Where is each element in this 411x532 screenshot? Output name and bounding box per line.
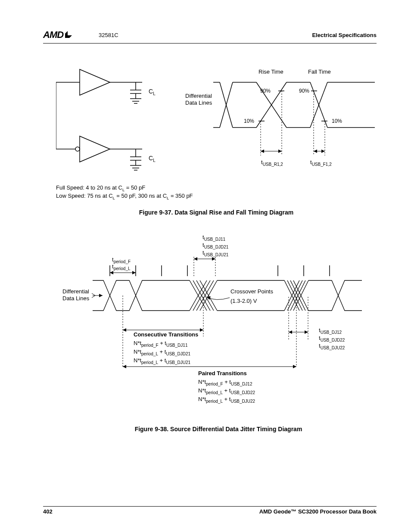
svg-marker-109	[293, 365, 296, 368]
svg-text:tUSB_DJ11: tUSB_DJ11	[202, 234, 226, 242]
svg-text:90%: 90%	[299, 88, 309, 94]
svg-marker-93	[289, 330, 292, 334]
svg-marker-94	[305, 330, 308, 334]
svg-text:N*tperiod_L + tUSB_DJU21: N*tperiod_L + tUSB_DJU21	[134, 357, 191, 365]
svg-text:90%: 90%	[260, 88, 271, 94]
svg-text:N*tperiod_F + tUSB_DJ12: N*tperiod_F + tUSB_DJ12	[198, 379, 252, 386]
amd-arrow-icon	[64, 31, 73, 39]
svg-marker-108	[123, 365, 126, 368]
figure-38-caption: Figure 9-38. Source Differential Data Ji…	[60, 426, 377, 432]
svg-text:tperiod_F: tperiod_F	[112, 256, 131, 264]
svg-marker-14	[80, 136, 110, 162]
svg-text:tUSB_DJU21: tUSB_DJU21	[202, 249, 229, 257]
svg-marker-59	[314, 149, 317, 153]
page-header: AMD 32581C Electrical Specifications	[43, 29, 377, 44]
svg-marker-60	[321, 149, 325, 153]
svg-text:N*tperiod_L + tUSB_DJU22: N*tperiod_L + tUSB_DJU22	[198, 396, 255, 404]
figure-37-notes: Full Speed: 4 to 20 ns at CL = 50 pF Low…	[56, 184, 377, 201]
svg-text:tUSB_DJD21: tUSB_DJD21	[202, 242, 229, 249]
svg-marker-102	[200, 328, 203, 332]
svg-text:Consecutive Transitions: Consecutive Transitions	[134, 331, 198, 338]
book-title: AMD Geode™ SC3200 Processor Data Book	[259, 508, 377, 515]
svg-marker-56	[278, 149, 282, 153]
svg-point-13	[75, 147, 80, 151]
figure-37-caption: Figure 9-37. Data Signal Rise and Fall T…	[56, 209, 377, 216]
svg-marker-73	[110, 271, 113, 274]
svg-marker-66	[194, 257, 197, 261]
svg-text:CL: CL	[149, 155, 156, 163]
diagram-9-38: tUSB_DJ11 tUSB_DJD21 tUSB_DJU21 tperiod_…	[60, 233, 379, 423]
page-footer: 402 AMD Geode™ SC3200 Processor Data Boo…	[43, 506, 377, 515]
svg-text:(1.3-2.0) V: (1.3-2.0) V	[230, 298, 257, 304]
section-title: Electrical Specifications	[312, 32, 377, 38]
svg-text:N*tperiod_F + tUSB_DJ11: N*tperiod_F + tUSB_DJ11	[134, 340, 188, 348]
svg-text:tUSB_DJU22: tUSB_DJU22	[319, 342, 345, 350]
svg-text:Differential: Differential	[62, 288, 89, 295]
svg-marker-67	[212, 257, 215, 261]
svg-text:N*tperiod_L + tUSB_DJD21: N*tperiod_L + tUSB_DJD21	[134, 348, 191, 356]
svg-text:tperiod_L: tperiod_L	[112, 263, 131, 271]
figure-9-38: tUSB_DJ11 tUSB_DJD21 tUSB_DJU21 tperiod_…	[60, 233, 377, 432]
svg-text:Paired Transitions: Paired Transitions	[198, 370, 247, 376]
svg-text:Data Lines: Data Lines	[62, 295, 90, 302]
figure-9-37: CL CL Differential Data Lines Rise Time …	[56, 65, 377, 216]
svg-text:Crossover Points: Crossover Points	[230, 288, 273, 295]
svg-text:Differential: Differential	[185, 93, 212, 99]
svg-text:10%: 10%	[332, 118, 342, 124]
svg-text:tUSB_DJ12: tUSB_DJ12	[319, 327, 342, 335]
diagram-9-37: CL CL Differential Data Lines Rise Time …	[56, 65, 375, 177]
svg-marker-74	[132, 271, 136, 274]
svg-text:tUSB_DJD22: tUSB_DJD22	[319, 335, 345, 342]
svg-text:tUSB_F1,2: tUSB_F1,2	[310, 159, 332, 167]
note-full-speed: Full Speed: 4 to 20 ns at CL = 50 pF	[56, 184, 377, 193]
note-low-speed: Low Speed: 75 ns at CL = 50 pF, 300 ns a…	[56, 193, 377, 201]
svg-marker-101	[123, 328, 126, 332]
svg-text:Data Lines: Data Lines	[185, 100, 212, 106]
doc-number: 32581C	[99, 32, 312, 38]
svg-marker-1	[80, 69, 110, 95]
page: AMD 32581C Electrical Specifications CL	[0, 0, 411, 532]
svg-text:CL: CL	[149, 88, 156, 96]
svg-marker-88	[99, 294, 103, 297]
amd-logo: AMD	[43, 29, 73, 40]
svg-text:Rise Time: Rise Time	[258, 68, 283, 75]
svg-marker-55	[261, 149, 264, 153]
logo-text: AMD	[43, 29, 63, 40]
svg-text:Fall Time: Fall Time	[308, 68, 331, 75]
svg-text:tUSB_R1,2: tUSB_R1,2	[261, 159, 283, 167]
page-number: 402	[43, 508, 53, 515]
svg-text:N*tperiod_L + tUSB_DJD22: N*tperiod_L + tUSB_DJD22	[198, 387, 255, 395]
svg-text:10%: 10%	[244, 118, 254, 124]
